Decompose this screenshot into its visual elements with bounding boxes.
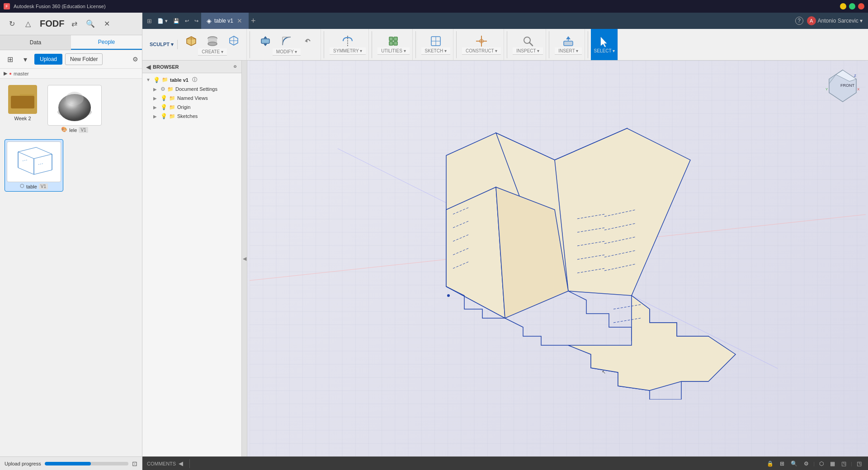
sketch-section[interactable]: SKETCH ▾ [419,29,453,60]
close-panel-button[interactable]: ✕ [100,18,113,30]
tree-item-sketches[interactable]: ▶ 💡 📁 Sketches [142,112,241,121]
pan-button[interactable]: ⊞ [778,460,786,468]
svg-marker-29 [264,44,267,46]
expand-icon: ▼ [146,77,151,82]
select-section[interactable]: SELECT ▾ [591,29,618,60]
construct-section[interactable]: CONSTRUCT ▾ [459,29,504,60]
browser-left-handle[interactable]: ◀ [242,61,247,456]
refresh-button[interactable]: ↻ [5,18,18,30]
sketch-label[interactable]: SKETCH ▾ [421,47,450,55]
redo-icon: ↪ [194,18,198,24]
svg-text:FRONT: FRONT [840,83,854,88]
symmetry-section[interactable]: SYMMETRY ▾ [327,29,369,60]
insert-section[interactable]: INSERT ▾ [552,29,585,60]
create-cylinder-button[interactable] [203,34,222,48]
construct-label[interactable]: CONSTRUCT ▾ [462,47,501,55]
display-mode-button[interactable]: ⬡ [817,460,826,468]
svg-point-6 [66,92,84,105]
create-label[interactable]: CREATE ▾ [198,48,227,56]
list-item[interactable]: 🎨 lele V1 [45,83,104,135]
create-section[interactable]: CREATE ▾ [179,29,247,60]
modify-press-pull-button[interactable] [255,34,275,48]
modify-fillet-button[interactable] [277,34,297,48]
svg-line-45 [529,42,533,46]
symmetry-icon [341,35,354,47]
browser-tree: ▼ 💡 📁 table v1 ⓘ ▶ ⚙ 📁 Document Settings [142,73,241,456]
eye-icon: 💡 [160,95,167,101]
browser-header: ◀ BROWSER ⚬ [142,61,241,73]
zoom-button[interactable]: 🔍 [789,460,799,468]
separator7 [549,31,549,58]
settings-icon: ⚙ [160,86,165,92]
upload-stop-button[interactable]: ⊡ [132,460,137,467]
inspect-section[interactable]: INSPECT ▾ [510,29,546,60]
table-sketch [428,119,754,400]
browser-dots[interactable]: ⚬ [232,62,238,71]
svg-line-7 [18,147,36,152]
list-item[interactable]: Week 2 [5,83,41,135]
display-settings-button[interactable]: ⚙ [802,460,811,468]
view-cube-toggle-button[interactable]: ◳ [840,460,848,468]
create-sphere-button[interactable] [224,34,244,48]
svg-marker-56 [555,128,690,296]
home-button[interactable]: △ [22,18,34,30]
insert-label[interactable]: INSERT ▾ [555,47,582,55]
comments-label: COMMENTS [147,461,176,466]
modify-undo-button[interactable] [298,34,318,48]
settings-button[interactable]: ⚙ [132,56,138,63]
search-button[interactable]: 🔍 [84,18,97,30]
user-menu-button[interactable]: A Antonio Sarcevic ▾ [807,16,863,25]
nav-cube[interactable]: FRONT Z X Y [825,68,861,104]
create-box-button[interactable] [181,34,201,48]
file-name: table [26,184,37,189]
tab-close-button[interactable]: ✕ [236,17,243,24]
sculpt-group[interactable]: SCULPT ▾ [146,40,178,49]
browser-collapse-button[interactable]: ◀ [146,63,151,70]
inspect-label[interactable]: INSPECT ▾ [513,47,543,55]
view-mode-button[interactable]: ⊞ [4,53,16,66]
separator4 [415,31,416,58]
close-button[interactable] [858,3,864,9]
modify-label[interactable]: MODIFY ▾ [273,48,301,56]
separator8 [588,31,588,58]
symmetry-label[interactable]: SYMMETRY ▾ [330,47,366,55]
file-menu-button[interactable]: 📄▾ [155,13,170,29]
modify-section[interactable]: MODIFY ▾ [253,29,321,60]
sync-button[interactable]: ⇄ [68,18,80,30]
tab-data[interactable]: Data [0,35,71,50]
comments-expand-button[interactable]: ◀ [179,460,183,467]
doc-tab-table[interactable]: ◈ table v1 ✕ [201,13,249,29]
expand-icon: ▶ [153,87,159,92]
utilities-label[interactable]: UTILITIES ▾ [377,47,409,55]
tab-bar: ⊞ 📄▾ 💾 ↩ ↪ ◈ table v1 ✕ + ? [142,13,868,29]
utilities-section[interactable]: UTILITIES ▾ [375,29,412,60]
minimize-button[interactable] [840,3,846,9]
list-item[interactable]: ⬡ table V1 [5,139,63,192]
orbit-button[interactable]: 🔒 [765,460,775,468]
toolbar-grid[interactable]: ⊞ [144,13,155,29]
add-tab-button[interactable]: + [251,16,256,26]
more-settings-button[interactable]: ◳ [855,460,863,468]
tree-item-named-views[interactable]: ▶ 💡 📁 Named Views [142,94,241,103]
breadcrumb-dot: ● [9,71,12,76]
view-list-button[interactable]: ▾ [19,53,32,66]
upload-button[interactable]: Upload [34,54,62,65]
svg-marker-49 [601,37,607,47]
folder-icon [10,89,35,109]
viewport[interactable]: FRONT Z X Y ↖ [247,61,868,456]
modify-undo-icon [302,35,314,47]
breadcrumb-label: master [14,71,29,76]
tab-people[interactable]: People [71,35,142,50]
help-button[interactable]: ? [795,17,803,25]
maximize-button[interactable] [849,3,855,9]
tree-item-doc-settings[interactable]: ▶ ⚙ 📁 Document Settings [142,85,241,94]
tree-root[interactable]: ▼ 💡 📁 table v1 ⓘ [142,75,241,85]
browser-title: BROWSER [153,64,179,70]
undo-button[interactable]: ↩ [182,13,192,29]
redo-button[interactable]: ↪ [192,13,201,29]
tree-item-origin[interactable]: ▶ 💡 📁 Origin [142,103,241,112]
new-folder-button[interactable]: New Folder [65,53,103,65]
left-toolbar: ⊞ ▾ Upload New Folder ⚙ [0,50,142,69]
grid-toggle-button[interactable]: ▦ [828,460,837,468]
save-button[interactable]: 💾 [170,13,182,29]
